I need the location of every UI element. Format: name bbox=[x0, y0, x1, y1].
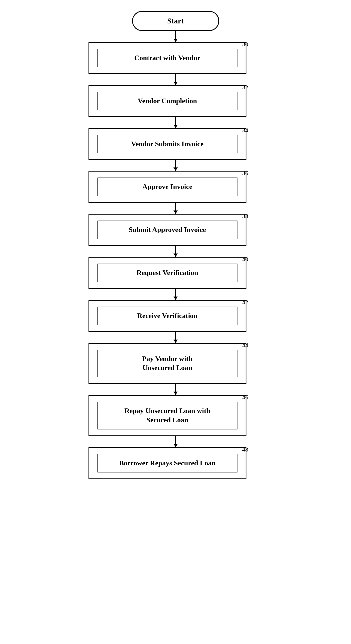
node-40: Request Verification 40 bbox=[88, 257, 246, 289]
wrapper-38: Submit Approved Invoice 38 bbox=[88, 214, 263, 246]
node-44: Pay Vendor withUnsecured Loan 44 bbox=[88, 343, 246, 384]
ref-42: 42 bbox=[242, 298, 248, 306]
wrapper-40: Request Verification 40 bbox=[88, 257, 263, 289]
wrapper-42: Receive Verification 42 bbox=[88, 300, 263, 332]
node-42: Receive Verification 42 bbox=[88, 300, 246, 332]
node-48-label: Borrower Repays Secured Loan bbox=[119, 459, 216, 467]
node-46: Repay Unsecured Loan withSecured Loan 46 bbox=[88, 395, 246, 436]
node-38-label: Submit Approved Invoice bbox=[129, 226, 206, 234]
ref-48: 48 bbox=[242, 446, 248, 454]
ref-36: 36 bbox=[242, 169, 248, 177]
node-44-label: Pay Vendor withUnsecured Loan bbox=[142, 355, 192, 372]
wrapper-34: Vendor Submits Invoice 34 bbox=[88, 128, 263, 160]
node-32: Vendor Completion 32 bbox=[88, 85, 246, 117]
node-30: Contract with Vendor 30 bbox=[88, 42, 246, 74]
node-32-label: Vendor Completion bbox=[138, 97, 197, 105]
arrow-0 bbox=[175, 31, 176, 42]
node-36: Approve Invoice 36 bbox=[88, 171, 246, 203]
ref-44: 44 bbox=[242, 341, 248, 349]
wrapper-48: Borrower Repays Secured Loan 48 bbox=[88, 447, 263, 479]
node-38: Submit Approved Invoice 38 bbox=[88, 214, 246, 246]
wrapper-36: Approve Invoice 36 bbox=[88, 171, 263, 203]
ref-32: 32 bbox=[242, 84, 248, 91]
node-36-label: Approve Invoice bbox=[142, 183, 193, 191]
ref-38: 38 bbox=[242, 212, 248, 220]
arrow-1 bbox=[175, 74, 176, 85]
ref-40: 40 bbox=[242, 255, 248, 263]
node-34-label: Vendor Submits Invoice bbox=[131, 140, 204, 148]
node-46-label: Repay Unsecured Loan withSecured Loan bbox=[124, 407, 210, 424]
start-label: Start bbox=[167, 17, 184, 25]
arrow-9 bbox=[175, 436, 176, 447]
node-42-label: Receive Verification bbox=[137, 312, 198, 320]
arrow-5 bbox=[175, 246, 176, 257]
ref-46: 46 bbox=[242, 393, 248, 401]
wrapper-44: Pay Vendor withUnsecured Loan 44 bbox=[88, 343, 263, 384]
arrow-4 bbox=[175, 203, 176, 214]
node-48: Borrower Repays Secured Loan 48 bbox=[88, 447, 246, 479]
flowchart: Start Contract with Vendor 30 Vendor Com… bbox=[80, 11, 271, 633]
arrow-7 bbox=[175, 332, 176, 343]
arrow-8 bbox=[175, 384, 176, 395]
ref-34: 34 bbox=[242, 127, 248, 135]
arrow-2 bbox=[175, 117, 176, 128]
wrapper-46: Repay Unsecured Loan withSecured Loan 46 bbox=[88, 395, 263, 436]
wrapper-30: Contract with Vendor 30 bbox=[88, 42, 263, 74]
node-40-label: Request Verification bbox=[136, 269, 198, 277]
start-node: Start bbox=[132, 11, 219, 31]
arrow-3 bbox=[175, 160, 176, 171]
wrapper-32: Vendor Completion 32 bbox=[88, 85, 263, 117]
arrow-6 bbox=[175, 289, 176, 300]
node-34: Vendor Submits Invoice 34 bbox=[88, 128, 246, 160]
node-30-label: Contract with Vendor bbox=[134, 54, 200, 62]
ref-30: 30 bbox=[242, 41, 248, 48]
